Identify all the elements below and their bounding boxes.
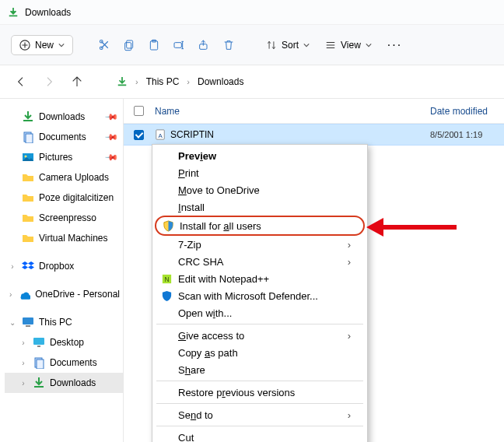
sidebar-item-documents[interactable]: Documents📌: [5, 127, 123, 147]
folder-icon: [22, 191, 34, 204]
context-menu-item-give-access-to[interactable]: Give access to›: [155, 327, 365, 344]
breadcrumb[interactable]: This PC: [146, 76, 180, 87]
more-button[interactable]: ···: [381, 38, 408, 52]
context-menu-item-7-zip[interactable]: 7-Zip›: [155, 236, 365, 253]
sort-icon: [266, 40, 277, 51]
sidebar-item-dropbox[interactable]: ›Dropbox: [5, 256, 123, 276]
sidebar-item-downloads[interactable]: Downloads📌: [5, 107, 123, 127]
context-menu-item-copy-as-path[interactable]: Copy as path: [155, 344, 365, 361]
sidebar-item-label: Camera Uploads: [39, 172, 109, 183]
sidebar-item-poze-digitalcitizen[interactable]: Poze digitalcitizen: [5, 188, 123, 208]
svg-rect-4: [127, 40, 133, 48]
cut-button[interactable]: [93, 34, 115, 56]
download-icon: [117, 76, 128, 87]
submenu-chevron-icon: ›: [348, 256, 351, 268]
sidebar-item-label: OneDrive - Personal: [35, 289, 120, 300]
context-menu-label: CRC SHA: [175, 256, 348, 268]
svg-text:A: A: [158, 132, 163, 139]
context-menu-label: Scan with Microsoft Defender...: [175, 290, 351, 302]
tree-chevron-icon[interactable]: ›: [19, 339, 28, 347]
documents-icon: [22, 131, 34, 143]
sidebar-item-onedrive-personal[interactable]: ›OneDrive - Personal: [5, 284, 123, 304]
context-menu-separator: [156, 324, 363, 324]
context-menu-item-crc-sha[interactable]: CRC SHA›: [155, 253, 365, 270]
context-menu-item-send-to[interactable]: Send to›: [155, 406, 365, 423]
forward-button[interactable]: [42, 75, 56, 89]
context-menu-label: 7-Zip: [175, 239, 348, 251]
context-menu-item-install[interactable]: Install: [155, 198, 365, 216]
context-menu-item-edit-with-notepad-[interactable]: NEdit with Notepad++: [155, 270, 365, 287]
rename-button[interactable]: [168, 34, 190, 56]
context-menu-item-preview[interactable]: Preview: [155, 147, 365, 164]
context-menu-item-cut[interactable]: Cut: [155, 429, 365, 442]
dropbox-icon: [22, 260, 34, 272]
sidebar-item-downloads[interactable]: ›Downloads: [5, 373, 123, 393]
view-icon: [325, 40, 336, 51]
svg-rect-16: [23, 317, 33, 324]
context-menu-separator: [156, 381, 363, 381]
pin-icon: 📌: [103, 129, 118, 144]
npp-icon: N: [158, 273, 175, 285]
new-button[interactable]: New: [11, 35, 73, 55]
tree-chevron-icon[interactable]: ›: [8, 262, 17, 271]
pin-icon: 📌: [103, 149, 118, 164]
sidebar-item-documents[interactable]: ›Documents: [5, 353, 123, 373]
up-button[interactable]: [70, 75, 84, 89]
copy-button[interactable]: [118, 34, 140, 56]
back-button[interactable]: [14, 75, 28, 89]
svg-rect-5: [125, 42, 131, 50]
delete-button[interactable]: [218, 34, 240, 56]
svg-rect-18: [33, 338, 44, 345]
address-bar[interactable]: › This PC › Downloads: [117, 76, 243, 87]
context-menu-label: Install for all users: [177, 220, 349, 232]
breadcrumb[interactable]: Downloads: [198, 76, 243, 87]
sidebar-item-label: Pictures: [39, 152, 72, 163]
paste-button[interactable]: [143, 34, 165, 56]
svg-rect-0: [9, 15, 18, 16]
tree-chevron-icon[interactable]: ›: [19, 359, 28, 367]
tree-chevron-icon[interactable]: ⌄: [8, 318, 17, 327]
sidebar: Downloads📌Documents📌Pictures📌Camera Uplo…: [0, 99, 123, 442]
context-menu-item-scan-with-microsoft-defender-[interactable]: Scan with Microsoft Defender...: [155, 287, 365, 304]
window-title: Downloads: [25, 7, 71, 18]
context-menu-item-open-with-[interactable]: Open with...: [155, 304, 365, 321]
chevron-right-icon: ›: [135, 77, 138, 86]
context-menu-item-print[interactable]: Print: [155, 164, 365, 181]
title-bar: Downloads: [0, 0, 504, 25]
column-date[interactable]: Date modified: [430, 106, 504, 117]
context-menu-item-move-to-onedrive[interactable]: Move to OneDrive: [155, 181, 365, 198]
onedrive-icon: [18, 288, 30, 300]
context-menu-item-share[interactable]: Share: [155, 361, 365, 378]
file-name: SCRIPTIN: [170, 129, 214, 140]
column-name[interactable]: Name: [153, 106, 430, 117]
context-menu-item-restore-previous-versions[interactable]: Restore previous versions: [155, 384, 365, 401]
sidebar-item-desktop[interactable]: ›Desktop: [5, 332, 123, 353]
tree-chevron-icon[interactable]: ›: [19, 379, 28, 388]
sidebar-item-this-pc[interactable]: ⌄This PC: [5, 312, 123, 332]
svg-rect-22: [34, 386, 44, 388]
share-button[interactable]: [193, 34, 215, 56]
sidebar-item-screenpresso[interactable]: Screenpresso: [5, 208, 123, 228]
file-row[interactable]: A SCRIPTIN 8/5/2001 1:19: [124, 124, 504, 146]
sidebar-item-camera-uploads[interactable]: Camera Uploads: [5, 167, 123, 188]
sort-label: Sort: [282, 40, 299, 51]
select-all-checkbox[interactable]: [134, 106, 144, 116]
sidebar-item-label: Downloads: [50, 377, 96, 388]
context-menu-label: Edit with Notepad++: [175, 273, 351, 285]
view-button[interactable]: View: [319, 37, 378, 54]
sidebar-item-virtual-machines[interactable]: Virtual Machines: [5, 228, 123, 248]
svg-rect-10: [118, 85, 127, 86]
row-checkbox[interactable]: [134, 130, 144, 140]
sort-button[interactable]: Sort: [260, 37, 316, 54]
sidebar-item-label: Documents: [50, 357, 97, 368]
chevron-down-icon: [366, 42, 372, 48]
chevron-down-icon: [58, 42, 65, 48]
tree-chevron-icon[interactable]: ›: [8, 290, 13, 299]
context-menu-label: Install: [175, 202, 351, 213]
svg-rect-13: [26, 134, 33, 143]
context-menu-item-install-for-all-users[interactable]: Install for all users: [155, 216, 365, 236]
chevron-down-icon: [303, 42, 310, 48]
sidebar-item-pictures[interactable]: Pictures📌: [5, 147, 123, 167]
sidebar-item-label: Desktop: [50, 337, 84, 348]
toolbar: New Sort View ···: [0, 25, 504, 65]
